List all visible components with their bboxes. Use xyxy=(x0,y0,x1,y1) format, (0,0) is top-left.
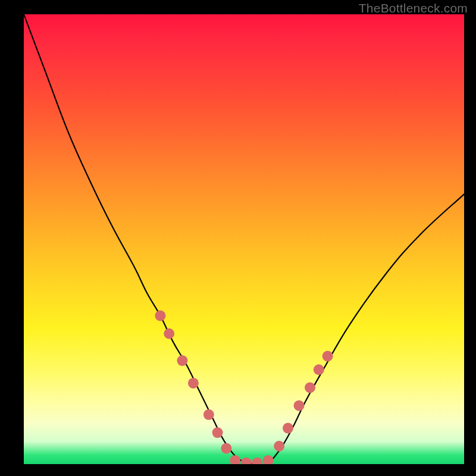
curve-dot xyxy=(155,311,165,321)
curve-dot xyxy=(294,400,305,411)
chart-stage: TheBottleneck.com xyxy=(0,0,476,476)
watermark-text: TheBottleneck.com xyxy=(359,1,468,15)
curve-dot xyxy=(212,427,223,438)
curve-dot xyxy=(314,364,324,375)
curve-dot xyxy=(241,458,252,464)
curve-dot xyxy=(230,455,240,464)
curve-dot xyxy=(322,351,333,362)
chart-svg xyxy=(24,14,464,464)
curve-dot xyxy=(203,409,214,420)
curve-dot xyxy=(274,441,284,452)
curve-dot xyxy=(188,378,199,389)
plot-area xyxy=(24,14,464,464)
curve-dot xyxy=(263,455,274,464)
curve-dots xyxy=(155,311,333,464)
curve-dot xyxy=(283,423,293,434)
bottleneck-curve xyxy=(24,14,464,464)
curve-dot xyxy=(221,443,231,454)
curve-dot xyxy=(164,328,174,339)
curve-dot xyxy=(177,355,187,366)
curve-dot xyxy=(305,382,315,393)
curve-dot xyxy=(252,458,262,464)
